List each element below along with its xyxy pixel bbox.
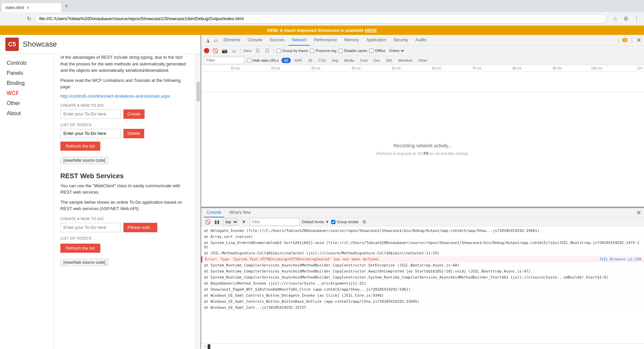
console-clear-btn[interactable]: 🚫 [204,218,211,226]
browser-tab[interactable]: index.html × [1,3,62,12]
nav-item-panels[interactable]: Panels [0,68,53,78]
log-line-8: at BoundGenericMethod_Invoke (jsil://clo… [201,281,644,287]
tab-close-btn[interactable]: × [27,5,30,10]
wcf-link[interactable]: http://cshtml5.com/links/wcf-limitations… [60,94,170,99]
network-filter-input[interactable] [204,57,244,64]
devtools-more-btn[interactable]: ⋮ [629,37,635,44]
notification-link[interactable]: HERE [365,28,377,33]
error-source-link[interactable]: JSIL.Browser.js:199 [599,257,641,261]
mark-20: 20 ms [241,66,282,70]
preserve-log-checkbox[interactable] [310,49,314,53]
capture-btn[interactable]: 📷 [221,47,228,54]
tab-console[interactable]: Console [244,35,266,46]
soap-list-label: LIST OF TODO's: [60,123,189,127]
mark-90: 90 ms [523,66,564,70]
extension-btn[interactable]: ⚙ [621,14,631,23]
filter-js[interactable]: JS [305,58,315,63]
devtools-device-btn[interactable]: ▭ [212,37,219,44]
soap-view-source-btn[interactable]: [view/hide source code] [60,157,108,164]
console-cursor[interactable] [208,344,210,349]
console-context-arrow[interactable]: ▼ [240,218,248,226]
record-btn[interactable] [204,48,209,53]
tab-sources[interactable]: Sources [266,35,288,46]
devtools-tab-bar: ◮ ▭ Elements Console Sources Network Per… [201,35,644,46]
console-context-select[interactable]: top [223,218,238,226]
rest-pleasewait-btn[interactable]: Please wait... [123,223,157,232]
clear-btn[interactable]: 🚫 [211,47,219,54]
offline-label[interactable]: Offline [369,49,386,53]
hide-data-urls-label[interactable]: Hide data URLs [247,58,279,63]
group-similar-label[interactable]: Group similar [331,220,359,224]
mark-110: 110 [604,66,644,70]
tab-elements[interactable]: Elements [220,35,244,46]
filter-all[interactable]: All [281,58,291,63]
filter-xhr[interactable]: XHR [291,58,305,63]
app-header: C5 Showcase [0,35,200,54]
filter-img[interactable]: Img [329,58,341,63]
tab-performance[interactable]: Performance [311,35,340,46]
soap-todo-item-input[interactable] [60,129,121,138]
soap-create-row: Create [60,109,189,119]
menu-btn[interactable]: ⋮ [632,14,641,23]
console-settings-btn[interactable]: ⚙ [361,218,368,226]
mark-70: 70 ms [443,66,483,70]
online-dropdown[interactable]: Online [388,48,405,53]
nav-item-about[interactable]: About [0,108,53,118]
console-tab-console[interactable]: Console [204,208,224,217]
disable-cache-checkbox[interactable] [338,49,343,53]
devtools-dock-btn[interactable]: ◮ [204,37,211,44]
tab-memory[interactable]: Memory [341,35,362,46]
nav-item-binding[interactable]: Binding [0,78,53,88]
filter-media[interactable]: Media [341,58,357,63]
filter-css[interactable]: CSS [316,58,329,63]
scroll-track[interactable] [196,54,200,349]
reload-btn[interactable]: ↻ [24,14,34,23]
back-btn[interactable]: ← [3,14,12,23]
new-tab-btn[interactable]: + [62,1,71,11]
soap-refresh-btn[interactable]: Refresh the list [60,142,100,151]
tab-application[interactable]: Application [363,35,389,46]
console-close-btn[interactable]: ✕ [636,209,641,216]
tab-bar: index.html × + [0,0,644,12]
soap-source-row: [view/hide source code] [60,154,189,164]
offline-checkbox[interactable] [369,49,374,53]
soap-delete-btn[interactable]: Delete [123,129,144,138]
console-toolbar: 🚫 ▮▮ top ▼ Default levels ▼ Group simila… [201,217,644,227]
filter-btn[interactable]: ⚏ [230,47,237,54]
tab-audits[interactable]: Audits [412,35,430,46]
filter-doc[interactable]: Doc [371,58,383,63]
filter-ws[interactable]: WS [383,58,395,63]
rest-todo-input[interactable] [60,223,121,232]
tab-network[interactable]: Network [288,35,310,46]
group-similar-checkbox[interactable] [331,220,335,224]
rest-create-label: CREATE A NEW TO-DO: [60,217,189,221]
view-list-btn[interactable]: ☷ [254,47,262,54]
tab-security[interactable]: Security [390,35,411,46]
default-levels-label[interactable]: Default levels ▼ [302,220,329,224]
nav-item-other[interactable]: Other [0,98,53,108]
console-filter-input[interactable] [250,218,300,226]
nav-item-wcf[interactable]: WCF [0,88,53,98]
app-title: Showcase [23,40,57,49]
rest-refresh-btn[interactable]: Refresh the list [60,244,100,253]
address-bar[interactable] [35,14,606,23]
bookmark-btn[interactable]: ☆ [610,14,620,23]
soap-create-btn[interactable]: Create [123,109,145,119]
nav-item-controls[interactable]: Controls [0,58,53,68]
filter-other[interactable]: Other [416,58,430,63]
rest-view-source-btn[interactable]: [view/hide source code] [60,259,108,266]
disable-cache-label[interactable]: Disable cache [338,49,367,53]
preserve-log-label[interactable]: Preserve log [310,49,336,53]
group-frame-checkbox[interactable] [277,49,281,53]
console-tab-whatsnew[interactable]: What's New [227,208,254,217]
mark-40: 40 ms [322,66,362,70]
soap-todo-input[interactable] [60,109,121,119]
filter-font[interactable]: Font [358,58,370,63]
view-grid-btn[interactable]: ☷ [264,47,271,54]
console-pause-btn[interactable]: ▮▮ [213,218,221,226]
devtools-close-btn[interactable]: ✕ [636,37,641,44]
filter-manifest[interactable]: Manifest [395,58,415,63]
group-frame-label[interactable]: Group by frame [277,49,308,53]
forward-btn[interactable]: → [13,14,23,23]
hide-data-urls-checkbox[interactable] [247,58,251,63]
